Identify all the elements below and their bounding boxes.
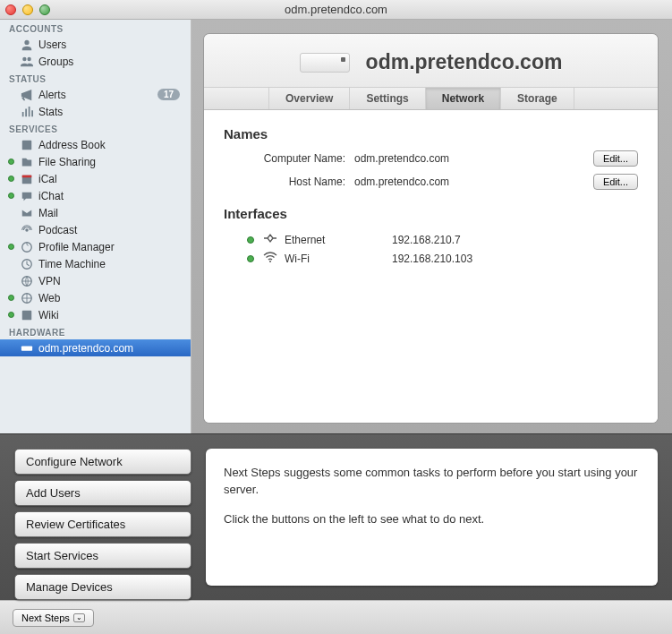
status-running-icon — [8, 244, 14, 250]
titlebar: odm.pretendco.com — [0, 0, 672, 20]
configure-network-button[interactable]: Configure Network — [14, 449, 191, 475]
sidebar-item-vpn[interactable]: VPN — [0, 272, 191, 289]
sidebar-item-groups[interactable]: Groups — [0, 53, 191, 70]
computer-name-value: odm.pretendco.com — [351, 152, 593, 165]
status-up-icon — [247, 255, 254, 262]
sidebar-item-stats[interactable]: Stats — [0, 103, 191, 120]
sidebar-item-ichat[interactable]: iChat — [0, 187, 191, 204]
ichat-icon — [20, 189, 33, 202]
status-running-icon — [8, 158, 14, 165]
sidebar-item-alerts[interactable]: Alerts 17 — [0, 86, 191, 103]
status-running-icon — [8, 193, 14, 199]
sidebar-item-label: Wiki — [38, 309, 59, 321]
section-hardware: HARDWARE — [0, 323, 191, 339]
manage-devices-button[interactable]: Manage Devices — [14, 574, 191, 600]
status-up-icon — [247, 236, 254, 244]
podcast-icon — [20, 223, 33, 236]
tab-settings[interactable]: Settings — [350, 88, 425, 109]
interface-row[interactable]: Ethernet192.168.210.7 — [224, 230, 638, 249]
sidebar-item-web[interactable]: Web — [0, 289, 191, 306]
sidebar-item-label: Time Machine — [38, 258, 106, 270]
next-steps-panel: Configure NetworkAdd UsersReview Certifi… — [0, 433, 672, 600]
tab-overview[interactable]: Overview — [268, 88, 350, 109]
sidebar-item-label: iCal — [38, 173, 57, 185]
window-title: odm.pretendco.com — [0, 3, 672, 16]
names-heading: Names — [224, 126, 638, 141]
sidebar-item-file-sharing[interactable]: File Sharing — [0, 153, 191, 170]
sidebar-item-time-machine[interactable]: Time Machine — [0, 255, 191, 272]
sidebar-item-users[interactable]: Users — [0, 36, 191, 53]
section-services: SERVICES — [0, 120, 191, 136]
sidebar-item-label: Mail — [38, 207, 58, 219]
status-running-icon — [8, 295, 14, 301]
start-services-button[interactable]: Start Services — [14, 543, 191, 569]
svg-point-10 — [269, 261, 271, 262]
interface-ip: 192.168.210.103 — [392, 253, 472, 265]
tabs: Overview Settings Network Storage — [204, 87, 658, 110]
mail-icon — [20, 206, 33, 219]
svg-rect-2 — [21, 175, 31, 177]
alerts-badge: 17 — [157, 89, 180, 100]
computer-name-label: Computer Name: — [224, 152, 351, 165]
wiki-icon — [20, 308, 33, 321]
device-icon — [300, 53, 350, 73]
user-icon — [20, 38, 33, 51]
edit-host-name-button[interactable]: Edit... — [593, 174, 638, 190]
sidebar-item-profile-manager[interactable]: Profile Manager — [0, 238, 191, 255]
svg-rect-0 — [21, 140, 31, 150]
next-steps-toggle[interactable]: Next Steps ⌄ — [13, 609, 94, 627]
sidebar-item-label: odm.pretendco.com — [38, 342, 133, 355]
chevron-down-icon: ⌄ — [73, 613, 85, 622]
svg-rect-9 — [21, 346, 31, 350]
sidebar-item-ical[interactable]: iCal — [0, 170, 191, 187]
next-steps-info: Next Steps suggests some common tasks to… — [206, 449, 658, 586]
sidebar-item-label: File Sharing — [38, 156, 96, 168]
minimize-icon[interactable] — [22, 4, 33, 15]
group-icon — [20, 55, 33, 68]
sidebar-item-server[interactable]: odm.pretendco.com — [0, 339, 191, 356]
sidebar-item-mail[interactable]: Mail — [0, 204, 191, 221]
sidebar-item-podcast[interactable]: Podcast — [0, 221, 191, 238]
sidebar-item-label: Users — [38, 39, 66, 51]
sidebar-item-label: Web — [38, 292, 60, 304]
interface-name: Ethernet — [285, 234, 392, 246]
sidebar-item-label: Alerts — [38, 89, 66, 101]
tab-storage[interactable]: Storage — [501, 88, 574, 109]
add-users-button[interactable]: Add Users — [14, 480, 191, 506]
sidebar-item-label: Stats — [38, 106, 63, 118]
review-certificates-button[interactable]: Review Certificates — [14, 511, 191, 537]
sidebar-item-label: Address Book — [38, 139, 106, 151]
sidebar-item-label: iChat — [38, 190, 64, 202]
host-name-label: Host Name: — [224, 176, 351, 188]
tab-network[interactable]: Network — [426, 88, 501, 109]
server-icon — [20, 341, 33, 355]
next-steps-text1: Next Steps suggests some common tasks to… — [224, 465, 640, 499]
sidebar-item-label: Podcast — [38, 224, 77, 236]
content-area: odm.pretendco.com Overview Settings Netw… — [191, 20, 672, 433]
sidebar-item-address-book[interactable]: Address Book — [0, 136, 191, 153]
sidebar-item-label: Groups — [38, 56, 73, 68]
svg-rect-8 — [21, 310, 31, 320]
stats-icon — [20, 105, 33, 118]
profile-icon — [20, 240, 33, 253]
edit-computer-name-button[interactable]: Edit... — [593, 150, 638, 167]
close-icon[interactable] — [5, 4, 16, 15]
sidebar-item-wiki[interactable]: Wiki — [0, 306, 191, 323]
sidebar-item-label: VPN — [38, 275, 61, 287]
vpn-icon — [20, 274, 33, 287]
ethernet-icon — [263, 233, 279, 246]
zoom-icon[interactable] — [39, 4, 50, 15]
host-name-value: odm.pretendco.com — [351, 176, 593, 188]
section-status: STATUS — [0, 70, 191, 86]
ical-icon — [20, 172, 33, 185]
interface-ip: 192.168.210.7 — [392, 234, 461, 246]
timemachine-icon — [20, 257, 33, 270]
window-controls — [5, 4, 50, 15]
interface-row[interactable]: Wi-Fi192.168.210.103 — [224, 249, 638, 268]
detail-card: odm.pretendco.com Overview Settings Netw… — [204, 34, 658, 423]
next-steps-buttons: Configure NetworkAdd UsersReview Certifi… — [14, 449, 191, 586]
fileshare-icon — [20, 155, 33, 168]
alert-icon — [20, 88, 33, 101]
footer: Next Steps ⌄ — [0, 600, 672, 634]
card-header: odm.pretendco.com — [204, 34, 658, 87]
